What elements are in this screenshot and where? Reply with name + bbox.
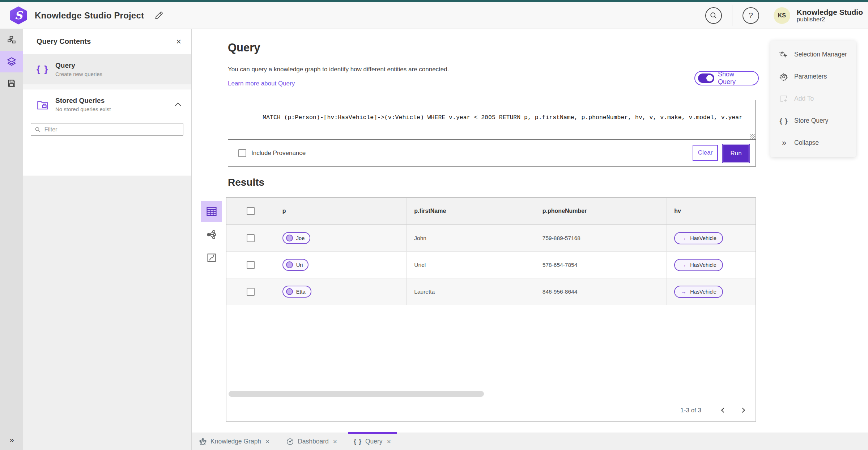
include-provenance-label: Include Provenance — [251, 150, 306, 157]
help-button[interactable]: ? — [743, 7, 759, 24]
user-name: Knowledge Studio — [797, 8, 863, 16]
table-view-button[interactable] — [201, 201, 222, 222]
chart-view-button[interactable] — [201, 247, 222, 268]
user-role: publisher2 — [797, 16, 863, 23]
project-title: Knowledge Studio Project — [35, 10, 144, 21]
entity-pill[interactable]: Joe — [282, 232, 310, 244]
previous-page-button[interactable] — [717, 404, 729, 417]
column-header-firstname[interactable]: p.firstName — [407, 198, 535, 224]
column-header-phonenumber[interactable]: p.phoneNumber — [535, 198, 667, 224]
search-button[interactable] — [705, 7, 722, 24]
column-header-p[interactable]: p — [275, 198, 407, 224]
relationship-pill[interactable]: → HasVehicle — [674, 232, 723, 244]
row-checkbox[interactable] — [247, 288, 255, 296]
row-checkbox[interactable] — [247, 234, 255, 242]
row-checkbox[interactable] — [247, 261, 255, 269]
hierarchy-icon — [7, 35, 16, 45]
collapse-item[interactable]: » Collapse — [770, 132, 856, 154]
edit-title-button[interactable] — [154, 11, 163, 20]
close-tab-icon[interactable]: × — [265, 438, 269, 446]
app-logo-icon: S — [10, 7, 27, 25]
bottom-tab-strip: Knowledge Graph × Dashboard × { } Query … — [192, 433, 868, 450]
user-block: Knowledge Studio publisher2 — [797, 8, 863, 23]
tab-dashboard[interactable]: Dashboard × — [280, 433, 343, 450]
table-pagination: 1-3 of 3 — [226, 399, 756, 421]
entity-pill[interactable]: Etta — [282, 286, 311, 298]
rail-item-save[interactable] — [0, 72, 23, 94]
arrow-right-icon: → — [681, 235, 686, 241]
relationship-pill[interactable]: → HasVehicle — [674, 259, 723, 271]
avatar[interactable]: KS — [774, 7, 790, 24]
learn-more-link[interactable]: Learn more about Query — [228, 80, 295, 87]
query-text: MATCH (p:Person)-[hv:HasVehicle]->(v:Veh… — [263, 114, 743, 121]
rail-item-hierarchy[interactable] — [0, 29, 23, 51]
run-button[interactable]: Run — [723, 145, 749, 162]
braces-icon: { } — [779, 117, 788, 125]
panel-header: Query Contents × — [23, 29, 191, 54]
app-header: S Knowledge Studio Project ? KS Knowledg… — [0, 2, 868, 29]
select-all-checkbox[interactable] — [247, 207, 255, 215]
query-page-title: Query — [228, 41, 260, 54]
filter-input[interactable] — [44, 126, 179, 133]
help-icon: ? — [749, 11, 753, 20]
close-panel-button[interactable]: × — [176, 37, 181, 46]
cell-phonenumber: 846-956-8644 — [535, 278, 667, 305]
rail-item-layers[interactable] — [0, 51, 23, 72]
close-tab-icon[interactable]: × — [387, 438, 391, 446]
arrow-right-icon: → — [681, 262, 686, 268]
table-header-row: p p.firstName p.phoneNumber hv — [226, 198, 756, 225]
search-icon — [710, 12, 718, 20]
main-content: Query You can query a knowledge graph to… — [192, 29, 868, 433]
toggle-label: Show Query — [718, 71, 753, 86]
nav-item-stored-queries[interactable]: Stored Queries No stored queries exist — [23, 89, 191, 119]
results-view-switcher — [201, 201, 223, 270]
tab-query[interactable]: { } Query × — [348, 433, 397, 450]
save-icon — [7, 79, 16, 88]
toggle-knob — [706, 74, 714, 82]
braces-icon: { } — [354, 438, 362, 445]
nav-item-query[interactable]: { } Query Create new queries — [23, 54, 191, 84]
show-query-toggle[interactable]: Show Query — [694, 71, 759, 85]
next-page-button[interactable] — [736, 404, 748, 417]
layers-icon — [7, 56, 17, 67]
collapse-icon: » — [779, 138, 788, 148]
node-icon — [286, 261, 293, 268]
cell-p: Uri — [275, 252, 407, 278]
chevron-up-icon[interactable] — [175, 102, 181, 109]
include-provenance-checkbox[interactable] — [238, 149, 246, 157]
row-checkbox-cell — [226, 278, 275, 305]
tab-knowledge-graph[interactable]: Knowledge Graph × — [193, 433, 275, 450]
close-tab-icon[interactable]: × — [333, 438, 337, 446]
chevron-right-icon — [740, 407, 745, 412]
selection-manager-item[interactable]: Selection Manager — [770, 43, 856, 66]
add-to-icon — [779, 94, 788, 103]
query-actions-bar: Include Provenance Clear Run — [228, 140, 756, 166]
entity-pill[interactable]: Uri — [282, 259, 309, 271]
table-row: Uri Uriel 578-654-7854 → HasVehicle — [226, 252, 756, 278]
chart-view-icon — [207, 253, 217, 263]
node-icon — [286, 288, 293, 295]
pencil-icon — [154, 11, 163, 20]
query-contents-panel: Query Contents × { } Query Create new qu… — [23, 29, 192, 450]
cell-phonenumber: 759-889-57168 — [535, 225, 667, 251]
cell-hv: → HasVehicle — [667, 252, 756, 278]
store-query-item[interactable]: { } Store Query — [770, 110, 856, 132]
column-header-hv[interactable]: hv — [667, 198, 756, 224]
resize-grip[interactable] — [750, 134, 755, 139]
graph-view-button[interactable] — [201, 224, 222, 245]
selection-manager-icon — [779, 50, 788, 59]
expand-rail-button[interactable]: » — [0, 436, 23, 445]
table-view-icon — [206, 206, 217, 216]
search-icon — [35, 126, 41, 133]
cell-firstname: Lauretta — [407, 278, 535, 305]
app-window: S Knowledge Studio Project ? KS Knowledg… — [0, 0, 868, 450]
parameters-item[interactable]: Parameters — [770, 66, 856, 88]
clear-button[interactable]: Clear — [693, 145, 718, 161]
left-rail: » — [0, 29, 23, 450]
nav-item-subtitle: No stored queries exist — [55, 106, 111, 112]
gear-icon — [779, 72, 788, 81]
relationship-pill[interactable]: → HasVehicle — [674, 286, 723, 298]
query-editor[interactable]: MATCH (p:Person)-[hv:HasVehicle]->(v:Veh… — [228, 100, 756, 140]
horizontal-scrollbar[interactable] — [229, 391, 484, 397]
header-checkbox-cell — [226, 198, 275, 224]
